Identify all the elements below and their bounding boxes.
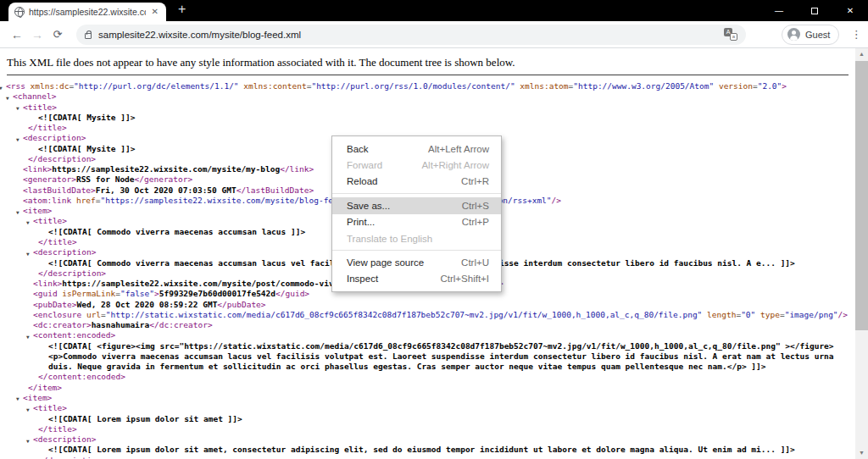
menu-item-label: Forward xyxy=(347,160,382,170)
menu-item-shortcut: Ctrl+U xyxy=(461,257,489,268)
context-menu-item-translate-to-english[interactable]: Translate to English xyxy=(332,230,501,246)
url-text[interactable]: samplesite22.wixsite.com/mysite/blog-fee… xyxy=(98,30,301,40)
context-menu-item-reload[interactable]: ReloadCtrl+R xyxy=(332,174,501,190)
back-button-icon[interactable]: ← xyxy=(7,28,27,41)
xml-style-notice: This XML file does not appear to have an… xyxy=(7,56,849,69)
minimize-button[interactable]: — xyxy=(761,0,797,21)
xml-line: <enclosure url="http://static.wixstatic.… xyxy=(0,310,855,320)
menu-item-shortcut: Ctrl+Shift+I xyxy=(440,274,489,284)
xml-line: <![CDATA[ Lorem ipsum dolor sit amet, co… xyxy=(0,445,855,455)
close-window-button[interactable]: ✕ xyxy=(832,0,868,21)
menu-item-shortcut: Ctrl+S xyxy=(462,201,489,211)
xml-line: ▼<rss xmlns:dc="http://purl.org/dc/eleme… xyxy=(0,81,855,91)
context-menu-item-inspect[interactable]: InspectCtrl+Shift+I xyxy=(332,271,501,287)
tab-title: https://samplesite22.wixsite.com/ xyxy=(29,7,146,17)
xml-line: ▼<channel> xyxy=(0,91,855,102)
window-controls: — ✕ xyxy=(761,0,868,21)
menu-item-shortcut: Alt+Left Arrow xyxy=(428,144,489,154)
xml-line: </content:encoded> xyxy=(0,372,855,382)
xml-line: </description> xyxy=(0,456,855,459)
address-bar[interactable]: samplesite22.wixsite.com/mysite/blog-fee… xyxy=(76,25,746,45)
browser-toolbar: ← → ⟳ samplesite22.wixsite.com/mysite/bl… xyxy=(0,21,868,48)
xml-line: </title> xyxy=(0,123,855,133)
xml-line: ▼<title> xyxy=(0,403,855,413)
context-menu-item-print[interactable]: Print...Ctrl+P xyxy=(332,214,501,230)
restore-button[interactable] xyxy=(797,0,832,21)
guest-profile-chip[interactable]: Guest xyxy=(782,25,839,45)
menu-separator xyxy=(332,250,501,251)
menu-item-label: Reload xyxy=(347,176,377,186)
xml-line: <pubDate>Wed, 28 Oct 2020 08:59:22 GMT</… xyxy=(0,300,855,310)
browser-menu-dots-icon[interactable]: ⋮ xyxy=(848,28,865,41)
xml-line: ▼<content:encoded> xyxy=(0,330,855,340)
menu-item-label: Back xyxy=(347,144,369,154)
translate-icon[interactable]: A a xyxy=(724,28,737,41)
menu-item-label: Print... xyxy=(347,217,375,227)
menu-separator xyxy=(332,193,501,194)
xml-line: ▼<title> xyxy=(0,102,855,113)
scrollbar-up-icon[interactable]: ▲ xyxy=(855,48,868,60)
xml-line: </title> xyxy=(0,424,855,434)
guest-label: Guest xyxy=(805,30,830,40)
xml-line: <![CDATA[ Mysite ]]> xyxy=(0,113,855,123)
vertical-scrollbar[interactable]: ▲ ▼ xyxy=(855,48,868,459)
xml-line: duis. Neque gravida in fermentum et soll… xyxy=(0,362,855,372)
menu-item-shortcut: Alt+Right Arrow xyxy=(421,160,489,170)
restore-icon xyxy=(811,8,818,14)
scrollbar-down-icon[interactable]: ▼ xyxy=(855,447,868,459)
titlebar: https://samplesite22.wixsite.com/ ✕ + — … xyxy=(0,0,868,21)
xml-line: <dc:creator>hasnahumaira</dc:creator> xyxy=(0,320,855,330)
context-menu-item-forward[interactable]: ForwardAlt+Right Arrow xyxy=(332,157,501,173)
scrollbar-thumb[interactable] xyxy=(855,61,868,330)
xml-line: <![CDATA[ Lorem ipsum dolor sit amet ]]> xyxy=(0,414,855,424)
menu-item-label: View page source xyxy=(347,257,424,268)
tab-favicon-globe-icon xyxy=(14,7,25,17)
xml-line: </item> xyxy=(0,383,855,393)
menu-item-label: Translate to English xyxy=(347,234,432,244)
menu-item-shortcut: Ctrl+P xyxy=(462,217,489,227)
context-menu-item-save-as[interactable]: Save as...Ctrl+S xyxy=(332,197,501,213)
reload-button-icon[interactable]: ⟳ xyxy=(47,28,68,41)
person-avatar-icon xyxy=(787,28,800,41)
browser-tab[interactable]: https://samplesite22.wixsite.com/ ✕ xyxy=(8,3,166,21)
menu-item-label: Inspect xyxy=(347,274,378,284)
context-menu-item-back[interactable]: BackAlt+Left Arrow xyxy=(332,141,501,157)
context-menu: BackAlt+Left ArrowForwardAlt+Right Arrow… xyxy=(331,135,502,292)
menu-item-shortcut: Ctrl+R xyxy=(461,176,489,186)
notice-divider xyxy=(7,75,849,75)
xml-line: ▼<description> xyxy=(0,434,855,445)
xml-line: ▼<item> xyxy=(0,393,855,403)
xml-line: <p>Commodo viverra maecenas accumsan lac… xyxy=(0,351,855,362)
context-menu-item-view-page-source[interactable]: View page sourceCtrl+U xyxy=(332,254,501,270)
lock-icon[interactable] xyxy=(85,33,92,39)
menu-item-label: Save as... xyxy=(347,201,390,211)
new-tab-button[interactable]: + xyxy=(175,2,189,17)
xml-line: <![CDATA[ <figure><img src="https://stat… xyxy=(0,341,855,351)
tab-close-icon[interactable]: ✕ xyxy=(150,7,160,17)
forward-button-icon[interactable]: → xyxy=(27,28,47,41)
